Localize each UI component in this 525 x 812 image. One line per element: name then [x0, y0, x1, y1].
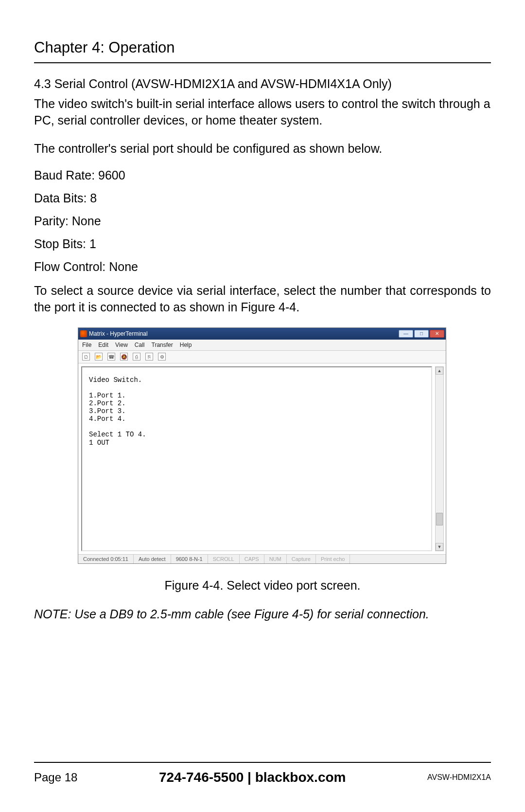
- status-capture: Capture: [287, 555, 316, 563]
- setting-flow: Flow Control: None: [34, 260, 491, 274]
- setting-data-bits: Data Bits: 8: [34, 191, 491, 205]
- setting-parity: Parity: None: [34, 214, 491, 228]
- scroll-thumb[interactable]: [436, 513, 443, 525]
- footer-sep: |: [244, 770, 255, 785]
- status-caps: CAPS: [240, 555, 264, 563]
- figure-4-4: Matrix - HyperTerminal — □ ✕ File Edit V…: [78, 327, 447, 593]
- chapter-title: Chapter 4: Operation: [34, 39, 491, 63]
- menu-edit[interactable]: Edit: [98, 342, 108, 348]
- terminal-output: Video Switch. 1.Port 1. 2.Port 2. 3.Port…: [81, 366, 432, 551]
- menu-file[interactable]: File: [82, 342, 91, 348]
- menubar: File Edit View Call Transfer Help: [78, 340, 446, 351]
- note-text: NOTE: Use a DB9 to 2.5-mm cable (see Fig…: [34, 607, 491, 621]
- app-icon: [80, 330, 87, 337]
- intro-paragraph-2: The controller's serial port should be c…: [34, 141, 491, 157]
- page-number: Page 18: [34, 771, 77, 784]
- maximize-button[interactable]: □: [414, 330, 429, 338]
- titlebar: Matrix - HyperTerminal — □ ✕: [78, 328, 446, 340]
- scroll-down-icon[interactable]: ▼: [436, 543, 443, 551]
- open-icon[interactable]: 📂: [95, 353, 103, 361]
- instruction-paragraph: To select a source device via serial int…: [34, 283, 491, 316]
- scrollbar[interactable]: ▲ ▼: [435, 366, 444, 551]
- footer-site: blackbox.com: [255, 770, 346, 785]
- hyperterminal-window: Matrix - HyperTerminal — □ ✕ File Edit V…: [78, 327, 446, 564]
- menu-call[interactable]: Call: [135, 342, 145, 348]
- scroll-up-icon[interactable]: ▲: [436, 367, 443, 375]
- status-num: NUM: [264, 555, 287, 563]
- status-connected: Connected 0:05:11: [78, 555, 134, 563]
- properties-icon[interactable]: ⚙: [158, 353, 166, 361]
- intro-paragraph-1: The video switch's built-in serial inter…: [34, 96, 491, 129]
- close-button[interactable]: ✕: [430, 330, 444, 338]
- section-title: 4.3 Serial Control (AVSW-HDMI2X1A and AV…: [34, 77, 491, 91]
- status-mode: 9600 8-N-1: [171, 555, 208, 563]
- toolbar: 🗋 📂 ☎ 🔕 ⎙ ⎘ ⚙: [78, 351, 446, 363]
- setting-stop-bits: Stop Bits: 1: [34, 237, 491, 251]
- menu-help[interactable]: Help: [180, 342, 192, 348]
- footer-model: AVSW-HDMI2X1A: [427, 773, 491, 782]
- new-icon[interactable]: 🗋: [82, 353, 90, 361]
- minimize-button[interactable]: —: [399, 330, 413, 338]
- setting-baud: Baud Rate: 9600: [34, 168, 491, 182]
- receive-icon[interactable]: ⎘: [145, 353, 153, 361]
- menu-view[interactable]: View: [115, 342, 128, 348]
- status-autodetect: Auto detect: [134, 555, 171, 563]
- disconnect-icon[interactable]: 🔕: [120, 353, 128, 361]
- send-icon[interactable]: ⎙: [133, 353, 140, 361]
- footer-contact: 724-746-5500 | blackbox.com: [77, 770, 427, 785]
- menu-transfer[interactable]: Transfer: [152, 342, 173, 348]
- window-title: Matrix - HyperTerminal: [89, 330, 399, 337]
- statusbar: Connected 0:05:11 Auto detect 9600 8-N-1…: [78, 554, 446, 563]
- status-printecho: Print echo: [316, 555, 350, 563]
- connect-icon[interactable]: ☎: [107, 353, 115, 361]
- status-scroll: SCROLL: [208, 555, 240, 563]
- figure-caption: Figure 4-4. Select video port screen.: [78, 578, 447, 593]
- footer-phone: 724-746-5500: [159, 770, 244, 785]
- page-footer: Page 18 724-746-5500 | blackbox.com AVSW…: [34, 762, 491, 785]
